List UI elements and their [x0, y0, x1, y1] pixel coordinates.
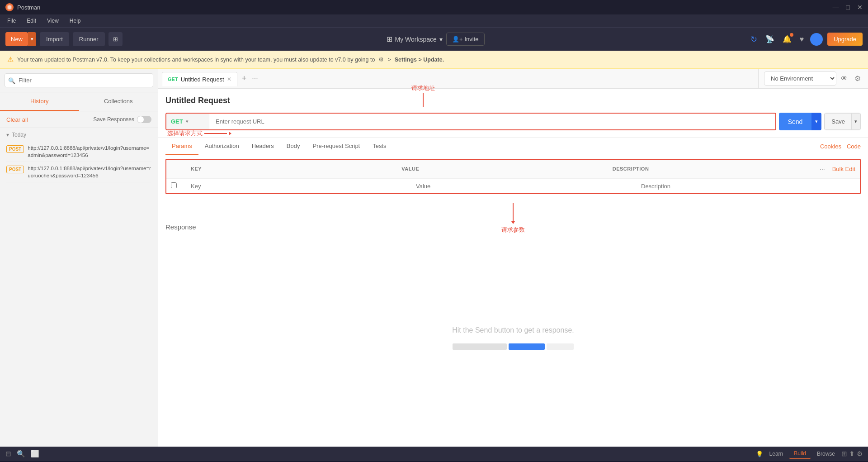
send-dropdown-button[interactable]: ▾ [811, 113, 821, 130]
save-responses-toggle[interactable] [137, 116, 151, 123]
value-input[interactable] [416, 183, 628, 190]
history-item[interactable]: POST http://127.0.0.1:8888/api/private/v… [6, 142, 151, 162]
request-tab[interactable]: GET Untitled Request ✕ [162, 72, 237, 86]
more-tabs-button[interactable]: ··· [249, 75, 260, 83]
heart-button[interactable]: ♥ [798, 33, 806, 45]
params-more-button[interactable]: ··· [817, 163, 828, 174]
titlebar-controls: — □ ✕ [833, 4, 863, 11]
tab-params[interactable]: Params [165, 138, 198, 155]
response-placeholder: Hit the Send button to get a response. [165, 236, 861, 439]
key-input[interactable] [191, 183, 403, 190]
toolbar-center: ⊞ My Workspace ▾ 👤+ Invite [126, 33, 745, 46]
response-bars [453, 343, 574, 350]
sync-button[interactable]: ↻ [749, 33, 759, 46]
browse-tab[interactable]: Browse [812, 449, 840, 459]
param-checkbox[interactable] [171, 182, 177, 188]
cookies-link[interactable]: Cookies [820, 143, 841, 150]
bar-gray [453, 343, 507, 350]
minimize-button[interactable]: — [833, 4, 839, 11]
learn-tab[interactable]: Learn [765, 449, 788, 459]
sidebar: 🔍 History Collections Clear all Save Res… [0, 69, 158, 447]
tab-collections[interactable]: Collections [79, 92, 158, 111]
annotation-arrow-right [204, 133, 227, 134]
sidebar-clear-area: Clear all Save Responses [0, 111, 158, 128]
annotation-method: 选择请求方式 [167, 129, 231, 138]
invite-button[interactable]: 👤+ Invite [446, 33, 485, 46]
tab-close-icon[interactable]: ✕ [227, 76, 231, 82]
menu-help[interactable]: Help [68, 17, 83, 25]
search-input[interactable] [5, 73, 153, 87]
workspace-button[interactable]: ⊞ My Workspace ▾ [387, 35, 443, 43]
row-checkbox[interactable] [166, 179, 184, 193]
history-url: http://127.0.0.1:8888/api/private/v1/log… [28, 165, 151, 179]
env-area: No Environment 👁 ⚙ [758, 69, 868, 88]
response-hint: Hit the Send button to get a response. [452, 326, 574, 334]
runner-button[interactable]: Runner [73, 32, 105, 46]
import-button[interactable]: Import [40, 32, 69, 46]
env-select[interactable]: No Environment [764, 71, 836, 86]
tab-pre-request-script[interactable]: Pre-request Script [306, 138, 366, 155]
method-label: GET [171, 118, 183, 125]
menu-view[interactable]: View [45, 17, 61, 25]
new-button[interactable]: New [5, 32, 28, 46]
value-cell [410, 179, 635, 193]
history-item[interactable]: POST http://127.0.0.1:8888/api/private/v… [6, 162, 151, 182]
today-header[interactable]: ▾ Today [6, 132, 151, 138]
key-col-header: KEY [184, 163, 395, 174]
new-dropdown-button[interactable]: ▾ [28, 32, 36, 46]
toolbar: New ▾ Import Runner ⊞ ⊞ My Workspace ▾ 👤… [0, 27, 868, 51]
annotation-arrowhead [229, 132, 231, 135]
workspace-layout-button[interactable]: ⊞ [108, 32, 123, 46]
svg-point-1 [8, 5, 11, 9]
send-button-group: Send ▾ [779, 113, 822, 130]
url-input[interactable] [209, 114, 775, 129]
save-button[interactable]: Save [825, 113, 852, 130]
method-selector[interactable]: GET ▾ [166, 114, 209, 129]
eye-icon-button[interactable]: 👁 [839, 73, 850, 85]
request-tabs-right: Cookies Code [820, 143, 861, 150]
upgrade-button[interactable]: Upgrade [827, 33, 863, 46]
settings-icon-button[interactable]: ⚙ [853, 72, 863, 85]
key-cell [184, 179, 410, 193]
app-title: Postman [17, 4, 40, 11]
settings-link[interactable]: Settings > Update. [395, 57, 444, 63]
params-table-header: KEY VALUE DESCRIPTION ··· Bulk Edit [166, 160, 860, 178]
method-chevron-icon: ▾ [186, 119, 189, 124]
workspace-chevron: ▾ [439, 36, 443, 43]
postman-logo [5, 3, 14, 11]
bottom-icon-1[interactable]: ⊞ [841, 450, 847, 458]
bottom-icon-2[interactable]: ⬆ [849, 450, 855, 458]
menu-file[interactable]: File [5, 17, 18, 25]
tab-body[interactable]: Body [280, 138, 307, 155]
layout-icon-button[interactable]: ⊟ [5, 450, 11, 458]
close-button[interactable]: ✕ [857, 4, 863, 11]
tab-title: Untitled Request [181, 76, 224, 83]
tab-tests[interactable]: Tests [366, 138, 392, 155]
notification-button[interactable]: 🔔 [781, 33, 793, 45]
save-dropdown-button[interactable]: ▾ [852, 113, 860, 130]
send-button[interactable]: Send [779, 113, 812, 130]
avatar[interactable] [810, 33, 823, 46]
build-tab[interactable]: Build [789, 448, 811, 459]
bulk-edit-button[interactable]: Bulk Edit [828, 163, 860, 174]
request-tabs: Params Authorization Headers Body Pre-re… [158, 138, 868, 155]
clear-all-button[interactable]: Clear all [6, 116, 28, 123]
code-link[interactable]: Code [847, 143, 861, 150]
tab-history[interactable]: History [0, 92, 79, 111]
tab-headers[interactable]: Headers [245, 138, 280, 155]
new-button-group: New ▾ [5, 32, 36, 46]
new-tab-button[interactable]: + [239, 74, 250, 83]
bottom-right: 💡 Learn Build Browse ⊞ ⬆ ⚙ [756, 448, 863, 459]
notification-badge [790, 33, 793, 37]
search-bottom-button[interactable]: 🔍 [17, 450, 25, 458]
menu-edit[interactable]: Edit [25, 17, 38, 25]
titlebar: Postman — □ ✕ [0, 0, 868, 14]
console-button[interactable]: ⬜ [31, 450, 39, 458]
tab-authorization[interactable]: Authorization [198, 138, 245, 155]
maximize-button[interactable]: □ [846, 4, 850, 11]
satellite-button[interactable]: 📡 [764, 33, 776, 45]
bottom-icon-3[interactable]: ⚙ [857, 450, 863, 458]
history-section: ▾ Today POST http://127.0.0.1:8888/api/p… [0, 128, 158, 447]
description-input[interactable] [641, 183, 854, 190]
menubar: File Edit View Help [0, 14, 868, 27]
